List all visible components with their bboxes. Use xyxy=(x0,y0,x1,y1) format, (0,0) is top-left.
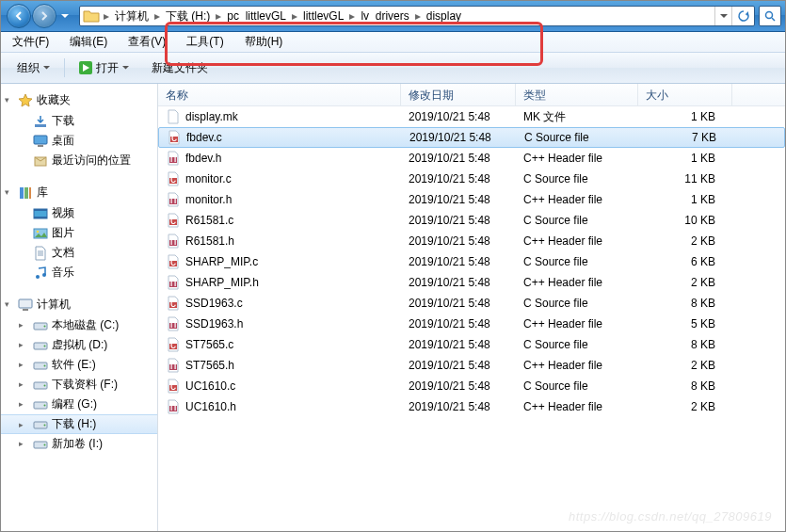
tree-item[interactable]: ▸下载 (H:) xyxy=(1,414,157,434)
documents-icon xyxy=(33,246,48,261)
crumb-separator: ▸ xyxy=(413,9,423,23)
file-row[interactable]: hST7565.h2019/10/21 5:48C++ Header file2… xyxy=(158,355,785,376)
pictures-icon xyxy=(33,226,48,241)
svg-rect-16 xyxy=(19,299,32,308)
tree-item[interactable]: 下载 xyxy=(1,111,157,131)
drive-icon xyxy=(33,417,48,432)
download-icon xyxy=(33,114,48,129)
file-row[interactable]: hSHARP_MIP.h2019/10/21 5:48C++ Header fi… xyxy=(158,272,785,293)
lib-icon xyxy=(18,185,33,201)
sidebar[interactable]: ▾收藏夹下载桌面最近访问的位置▾库视频图片文档音乐▾计算机▸本地磁盘 (C:)▸… xyxy=(1,84,158,531)
address-bar[interactable]: ▸计算机▸下载 (H:)▸pc_littlevGL▸littlevGL▸lv_d… xyxy=(79,6,755,26)
file-h-icon: h xyxy=(166,316,181,331)
file-name: UC1610.h xyxy=(185,400,236,413)
menu-file[interactable]: 文件(F) xyxy=(7,32,55,52)
tree-item-label: 虚拟机 (D:) xyxy=(52,337,107,353)
crumb-item[interactable]: display xyxy=(423,8,465,24)
cell-name: hfbdev.h xyxy=(158,151,401,166)
tree-group-libraries[interactable]: ▾库 xyxy=(1,182,157,203)
file-row[interactable]: cUC1610.c2019/10/21 5:48C Source file8 K… xyxy=(158,376,785,396)
file-row[interactable]: hmonitor.h2019/10/21 5:48C++ Header file… xyxy=(158,189,785,210)
breadcrumb[interactable]: ▸计算机▸下载 (H:)▸pc_littlevGL▸littlevGL▸lv_d… xyxy=(102,8,465,24)
cell-modified: 2019/10/21 5:48 xyxy=(401,255,516,268)
tree-item[interactable]: ▸编程 (G:) xyxy=(1,395,157,414)
file-name: SSD1963.c xyxy=(185,297,243,310)
menu-help[interactable]: 帮助(H) xyxy=(239,32,289,52)
column-name[interactable]: 名称 xyxy=(158,84,401,105)
svg-point-23 xyxy=(44,364,46,366)
tree-item[interactable]: ▸虚拟机 (D:) xyxy=(1,335,157,355)
svg-rect-11 xyxy=(34,217,47,218)
expander-icon: ▸ xyxy=(19,320,24,330)
open-button[interactable]: 打开 xyxy=(71,56,137,80)
file-row[interactable]: cSHARP_MIP.c2019/10/21 5:48C Source file… xyxy=(158,251,785,272)
file-row[interactable]: cSSD1963.c2019/10/21 5:48C Source file8 … xyxy=(158,293,785,314)
new-folder-button[interactable]: 新建文件夹 xyxy=(143,56,217,80)
file-c-icon: c xyxy=(166,254,181,269)
svg-text:h: h xyxy=(170,359,177,372)
menu-tools[interactable]: 工具(T) xyxy=(181,32,229,52)
back-button[interactable] xyxy=(7,4,31,28)
cell-modified: 2019/10/21 5:48 xyxy=(402,131,517,144)
cell-type: C Source file xyxy=(516,379,638,393)
cell-size: 7 KB xyxy=(639,131,733,144)
cell-type: MK 文件 xyxy=(516,109,638,125)
tree-group-computer[interactable]: ▾计算机 xyxy=(1,294,157,315)
nav-history-dropdown[interactable] xyxy=(57,6,72,26)
column-size[interactable]: 大小 xyxy=(638,84,732,105)
toolbar: 组织 打开 新建文件夹 xyxy=(1,53,785,84)
menu-view[interactable]: 查看(V) xyxy=(122,32,171,52)
organize-button[interactable]: 组织 xyxy=(8,56,58,80)
file-name: SHARP_MIP.h xyxy=(185,276,259,289)
tree-item[interactable]: 桌面 xyxy=(1,131,157,151)
cell-type: C Source file xyxy=(516,255,638,268)
search-button[interactable] xyxy=(759,6,781,26)
tree-item[interactable]: ▸新加卷 (I:) xyxy=(1,434,157,454)
tree-item[interactable]: ▸下载资料 (F:) xyxy=(1,375,157,395)
forward-button[interactable] xyxy=(32,4,56,28)
drive-icon xyxy=(33,437,48,452)
cell-type: C++ Header file xyxy=(516,276,638,289)
tree-group-favorites[interactable]: ▾收藏夹 xyxy=(1,89,157,111)
cell-name: cR61581.c xyxy=(158,213,401,228)
cell-modified: 2019/10/21 5:48 xyxy=(401,297,516,310)
crumb-item[interactable]: 下载 (H:) xyxy=(162,8,214,24)
file-row[interactable]: cfbdev.c2019/10/21 5:48C Source file7 KB xyxy=(158,127,785,148)
cell-modified: 2019/10/21 5:48 xyxy=(401,172,516,185)
svg-rect-8 xyxy=(29,187,31,199)
tree-item[interactable]: ▸软件 (E:) xyxy=(1,355,157,375)
arrow-right-icon xyxy=(39,10,50,22)
address-dropdown[interactable] xyxy=(714,7,731,25)
open-badge-icon xyxy=(79,61,92,74)
file-list-body[interactable]: display.mk2019/10/21 5:48MK 文件1 KBcfbdev… xyxy=(158,106,785,531)
file-row[interactable]: hfbdev.h2019/10/21 5:48C++ Header file1 … xyxy=(158,148,785,169)
file-row[interactable]: cmonitor.c2019/10/21 5:48C Source file11… xyxy=(158,169,785,189)
svg-point-15 xyxy=(42,273,46,277)
column-modified[interactable]: 修改日期 xyxy=(401,84,516,105)
file-name: monitor.c xyxy=(185,172,232,185)
column-type[interactable]: 类型 xyxy=(516,84,638,105)
refresh-button[interactable] xyxy=(731,7,754,25)
crumb-item[interactable]: 计算机 xyxy=(111,8,152,24)
file-row[interactable]: hR61581.h2019/10/21 5:48C++ Header file2… xyxy=(158,231,785,251)
chevron-down-icon xyxy=(122,66,129,70)
tree-item[interactable]: 视频 xyxy=(1,203,157,223)
tree-item[interactable]: 文档 xyxy=(1,243,157,263)
menu-edit[interactable]: 编辑(E) xyxy=(64,32,113,52)
file-row[interactable]: hSSD1963.h2019/10/21 5:48C++ Header file… xyxy=(158,314,785,334)
file-row[interactable]: display.mk2019/10/21 5:48MK 文件1 KB xyxy=(158,106,785,127)
crumb-item[interactable]: pc_littlevGL xyxy=(223,8,290,24)
file-row[interactable]: cR61581.c2019/10/21 5:48C Source file10 … xyxy=(158,210,785,231)
file-h-icon: h xyxy=(166,234,181,249)
tree-item-label: 桌面 xyxy=(52,133,74,149)
tree-item[interactable]: 音乐 xyxy=(1,263,157,282)
tree-item[interactable]: ▸本地磁盘 (C:) xyxy=(1,315,157,335)
expander-icon: ▸ xyxy=(19,439,24,448)
crumb-item[interactable]: littlevGL xyxy=(299,8,347,24)
file-row[interactable]: cST7565.c2019/10/21 5:48C Source file8 K… xyxy=(158,334,785,355)
file-row[interactable]: hUC1610.h2019/10/21 5:48C++ Header file2… xyxy=(158,396,785,417)
crumb-item[interactable]: lv_drivers xyxy=(357,8,412,24)
tree-item[interactable]: 最近访问的位置 xyxy=(1,151,157,170)
tree-item[interactable]: 图片 xyxy=(1,223,157,243)
cell-type: C Source file xyxy=(517,131,639,144)
